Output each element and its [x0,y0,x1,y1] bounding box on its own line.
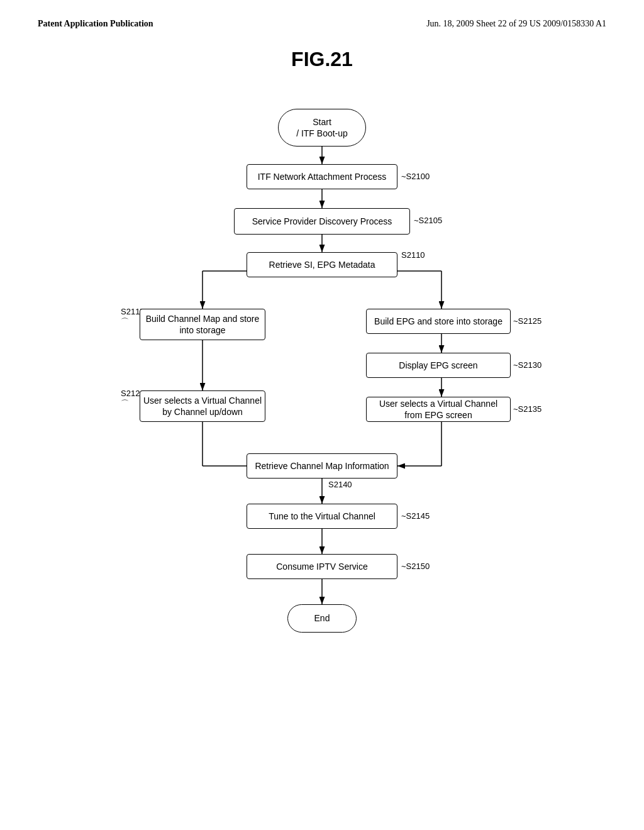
s2130-node: Display EPG screen [366,353,511,378]
s2145-node: Tune to the Virtual Channel [247,504,397,529]
s2110-node: Retrieve SI, EPG Metadata [247,252,397,277]
s2135-ref: ~S2135 [513,404,541,414]
s2150-node: Consume IPTV Service [247,554,397,579]
arrows-svg [102,96,542,788]
s2125-ref: ~S2125 [513,316,541,326]
s2145-label: Tune to the Virtual Channel [269,511,375,522]
s2105-node: Service Provider Discovery Process [234,208,410,235]
header-right: Jun. 18, 2009 Sheet 22 of 29 US 2009/015… [426,19,606,29]
s2125-label: Build EPG and store into storage [374,316,502,327]
s2110-ref: S2110 [401,250,425,260]
s2120-label: User selects a Virtual Channelby Channel… [143,395,262,418]
s2150-label: Consume IPTV Service [276,561,368,572]
s2110-label: Retrieve SI, EPG Metadata [269,259,375,270]
s2130-ref: ~S2130 [513,360,541,370]
s2115-node: Build Channel Map and storeinto storage [140,309,265,340]
header-left: Patent Application Publication [38,19,153,29]
s2145-ref: ~S2145 [401,511,430,521]
s2105-label: Service Provider Discovery Process [252,216,392,227]
s2100-ref: ~S2100 [401,172,430,181]
s2140-ref: S2140 [328,480,352,489]
s2115-label: Build Channel Map and storeinto storage [146,313,260,336]
s2105-ref: ~S2105 [414,216,442,225]
s2140-node: Retrieve Channel Map Information [247,453,397,479]
start-node: Start/ ITF Boot-up [278,109,366,147]
s2150-ref: ~S2150 [401,562,430,571]
fig-title: FIG.21 [38,48,606,71]
s2140-label: Retrieve Channel Map Information [255,460,389,472]
end-label: End [314,612,330,624]
s2100-label: ITF Network Attachment Process [258,171,387,182]
s2135-label: User selects a Virtual Channelfrom EPG s… [379,398,497,421]
s2130-label: Display EPG screen [399,360,477,371]
s2125-node: Build EPG and store into storage [366,309,511,334]
s2120-node: User selects a Virtual Channelby Channel… [140,390,265,422]
diagram: Start/ ITF Boot-up ITF Network Attachmen… [102,96,542,788]
s2135-node: User selects a Virtual Channelfrom EPG s… [366,397,511,422]
header: Patent Application Publication Jun. 18, … [38,19,606,29]
s2100-node: ITF Network Attachment Process [247,164,397,189]
end-node: End [287,604,357,633]
page: Patent Application Publication Jun. 18, … [0,0,644,830]
start-label: Start/ ITF Boot-up [296,116,348,139]
